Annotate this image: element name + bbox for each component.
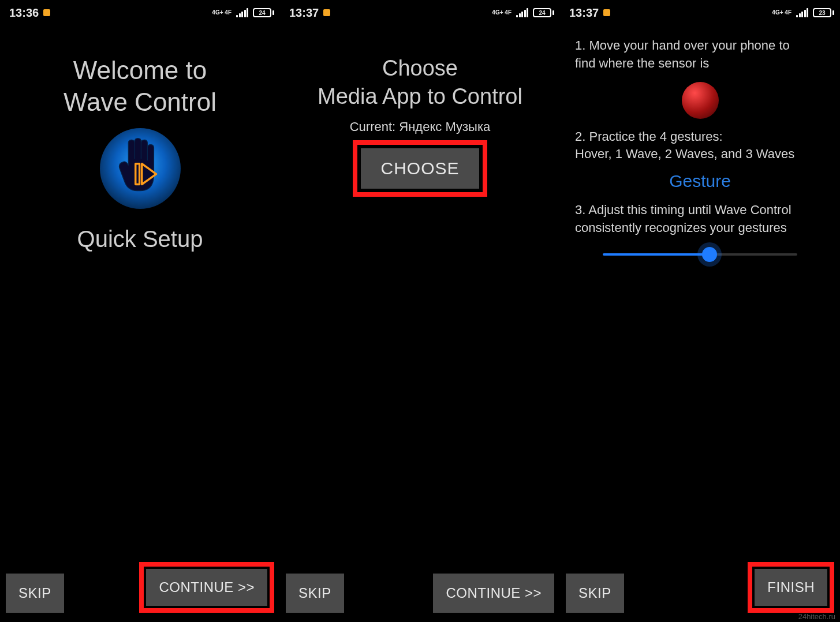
slider-track-filled [603, 253, 710, 256]
choose-title-line1: Choose [318, 54, 522, 83]
notification-dot-icon [323, 9, 330, 16]
hand-play-icon [114, 137, 166, 200]
notification-dot-icon [603, 9, 610, 16]
continue-button-highlight: CONTINUE >> [139, 562, 274, 613]
statusbar: 13:37 4G+ 4F 24 [280, 0, 560, 25]
watermark-label: 24hitech.ru [798, 612, 835, 621]
welcome-title-line2: Wave Control [64, 86, 216, 118]
battery-level: 24 [253, 8, 271, 17]
welcome-title: Welcome to Wave Control [64, 54, 216, 118]
choose-button[interactable]: CHOOSE [361, 148, 479, 189]
screen-welcome: 13:36 4G+ 4F 24 Welcome to Wave Control [0, 0, 280, 622]
status-time: 13:37 [289, 6, 319, 20]
step3-text: 3. Adjust this timing until Wave Control… [575, 201, 800, 237]
current-app-name: Яндекс Музыка [399, 119, 490, 134]
continue-button[interactable]: CONTINUE >> [146, 569, 267, 606]
network-label: 4G+ 4F [772, 10, 792, 16]
battery-icon: 24 [533, 8, 554, 17]
choose-title-line2: Media App to Control [318, 83, 522, 111]
slider-track-empty [710, 253, 797, 256]
choose-button-highlight: CHOOSE [353, 140, 487, 197]
battery-level: 23 [813, 8, 831, 17]
network-label: 4G+ 4F [492, 10, 512, 16]
sensor-indicator-icon [682, 82, 719, 119]
current-prefix: Current: [350, 119, 400, 134]
slider-thumb-icon[interactable] [702, 247, 717, 262]
screen-calibrate: 13:37 4G+ 4F 23 1. Move your hand over y… [560, 0, 840, 622]
app-logo-icon [100, 128, 181, 209]
battery-level: 24 [533, 8, 551, 17]
signal-icon [236, 8, 248, 17]
continue-button[interactable]: CONTINUE >> [433, 574, 554, 613]
step2-line2: Hover, 1 Wave, 2 Waves, and 3 Waves [575, 145, 800, 163]
signal-icon [516, 8, 528, 17]
network-label: 4G+ 4F [212, 10, 232, 16]
battery-icon: 23 [813, 8, 834, 17]
current-app-label: Current: Яндекс Музыка [350, 119, 491, 134]
gesture-label: Gesture [575, 171, 825, 191]
finish-button[interactable]: FINISH [755, 569, 827, 606]
welcome-title-line1: Welcome to [64, 54, 216, 86]
status-time: 13:36 [9, 6, 39, 20]
quick-setup-label: Quick Setup [77, 226, 203, 252]
step2-line1: 2. Practice the 4 gestures: [575, 128, 800, 146]
notification-dot-icon [43, 9, 50, 16]
timing-slider[interactable] [603, 253, 798, 256]
status-time: 13:37 [569, 6, 599, 20]
screen-choose-app: 13:37 4G+ 4F 24 Choose Media App to Cont… [280, 0, 560, 622]
statusbar: 13:37 4G+ 4F 23 [560, 0, 840, 25]
choose-app-title: Choose Media App to Control [318, 54, 522, 111]
finish-button-highlight: FINISH [748, 562, 834, 613]
skip-button[interactable]: SKIP [6, 574, 64, 613]
signal-icon [796, 8, 808, 17]
statusbar: 13:36 4G+ 4F 24 [0, 0, 280, 25]
battery-icon: 24 [253, 8, 274, 17]
skip-button[interactable]: SKIP [566, 574, 624, 613]
step1-text: 1. Move your hand over your phone to fin… [575, 37, 800, 73]
skip-button[interactable]: SKIP [286, 574, 344, 613]
